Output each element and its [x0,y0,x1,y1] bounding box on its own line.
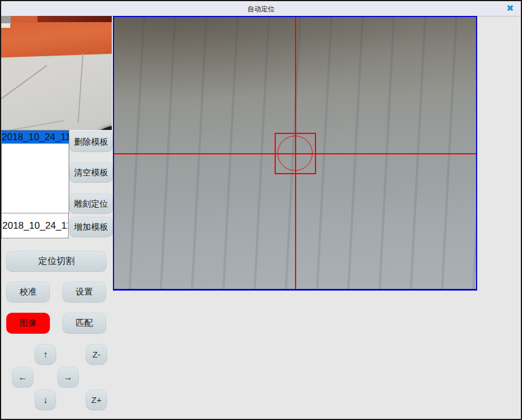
camera-view [113,16,477,291]
auto-position-dialog: 自动定位 ✖ 2018_10_24_11 删除模板 清空模板 雕刻定位 增加模板… [0,0,522,420]
jog-left-button[interactable]: ← [12,367,33,388]
position-cut-button[interactable]: 定位切割 [6,251,107,272]
template-name-input[interactable] [1,213,69,238]
template-thumbnail [1,16,112,130]
thumbnail-maroon-strip [37,16,112,22]
thumbnail-tile-grout-line [78,53,84,123]
match-button[interactable]: 匹配 [62,313,106,334]
jog-down-button[interactable]: ↓ [35,389,56,410]
settings-button[interactable]: 设置 [62,282,106,303]
jog-z-minus-button[interactable]: Z- [86,344,107,365]
jog-right-button[interactable]: → [57,367,79,388]
thumbnail-white-gap [1,23,10,28]
title-bar: 自动定位 ✖ [1,1,521,16]
close-icon[interactable]: ✖ [504,3,516,14]
calibrate-button[interactable]: 校准 [6,282,50,303]
dialog-title: 自动定位 [1,5,521,14]
thumbnail-orange-strip [11,16,37,23]
add-template-button[interactable]: 增加模板 [69,217,113,237]
delete-template-button[interactable]: 删除模板 [69,132,113,152]
jog-up-button[interactable]: ↑ [35,344,56,365]
thumbnail-orange-beam [1,18,112,57]
thumbnail-tile-grout-line [1,120,64,130]
thumbnail-tile-grout-line [1,65,47,99]
jog-z-plus-button[interactable]: Z+ [86,389,107,410]
template-list-item[interactable]: 2018_10_24_11 [2,131,69,144]
engrave-position-button[interactable]: 雕刻定位 [69,194,113,214]
thumbnail-dark-object [85,125,112,130]
clear-templates-button[interactable]: 清空模板 [69,162,113,183]
image-button[interactable]: 图像 [6,313,50,334]
template-list[interactable]: 2018_10_24_11 [1,130,69,213]
roi-circle [277,136,313,171]
